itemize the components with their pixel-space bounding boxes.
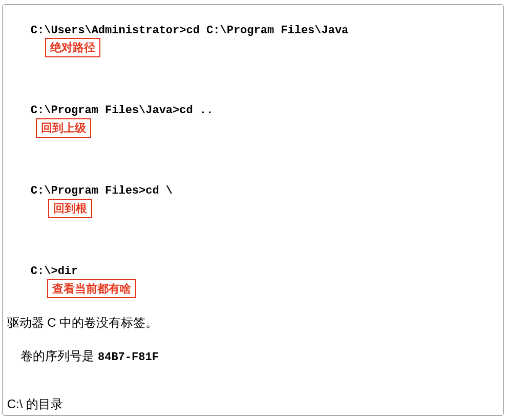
volume-serial-line: 卷的序列号是 84B7-F81F bbox=[4, 331, 500, 381]
prompt: C:\Program Files> bbox=[31, 184, 145, 197]
command-line-1: C:\Users\Administrator>cd C:\Program Fil… bbox=[4, 8, 500, 73]
command: cd \ bbox=[145, 184, 173, 197]
command-line-2: C:\Program Files\Java>cd .. 回到上级 bbox=[4, 88, 500, 153]
annotation-list-dir: 查看当前都有啥 bbox=[47, 279, 136, 299]
terminal-screenshot: C:\Users\Administrator>cd C:\Program Fil… bbox=[2, 4, 504, 416]
command: dir bbox=[58, 265, 78, 278]
prompt: C:\> bbox=[31, 265, 58, 278]
annotation-go-root: 回到根 bbox=[48, 199, 92, 218]
command-line-3: C:\Program Files>cd \ 回到根 bbox=[4, 169, 500, 234]
volume-label-line: 驱动器 C 中的卷没有标签。 bbox=[4, 314, 500, 331]
command-line-4: C:\>dir 查看当前都有啥 bbox=[4, 248, 500, 313]
annotation-go-parent: 回到上级 bbox=[36, 118, 91, 138]
annotation-absolute-path: 绝对路径 bbox=[45, 38, 100, 57]
dir-of-line: C:\ 的目录 bbox=[4, 396, 500, 412]
prompt: C:\Program Files\Java> bbox=[31, 104, 179, 117]
command: cd C:\Program Files\Java bbox=[186, 24, 348, 37]
volume-serial: 84B7-F81F bbox=[98, 351, 159, 364]
prompt: C:\Users\Administrator> bbox=[31, 24, 186, 37]
command: cd .. bbox=[179, 104, 213, 117]
